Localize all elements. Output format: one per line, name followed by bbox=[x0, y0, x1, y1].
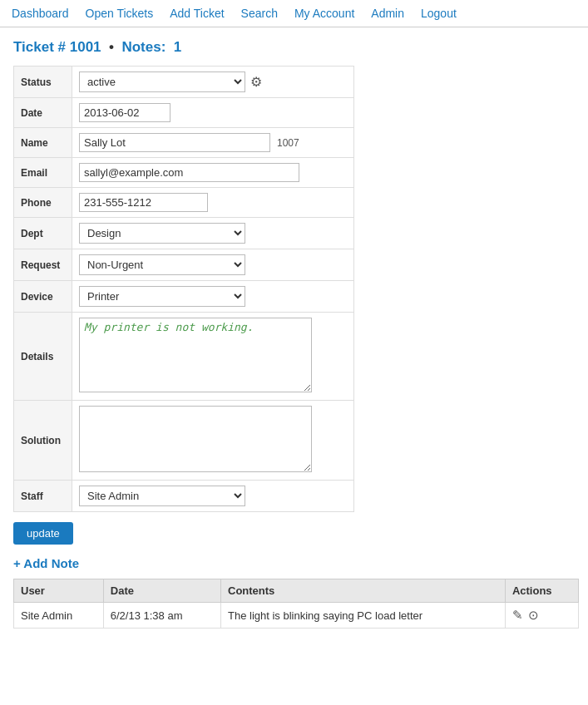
nav-dashboard[interactable]: Dashboard bbox=[12, 7, 69, 20]
nav-my-account[interactable]: My Account bbox=[294, 7, 354, 20]
update-button[interactable]: update bbox=[13, 522, 73, 545]
date-row: Date bbox=[14, 98, 354, 128]
date-label: Date bbox=[14, 98, 72, 128]
device-row: Device Printer Computer Monitor Phone bbox=[14, 281, 354, 313]
ticket-title: Ticket # 1001 bbox=[13, 39, 101, 55]
col-actions: Actions bbox=[505, 579, 578, 603]
solution-row: Solution bbox=[14, 401, 354, 481]
nav-admin[interactable]: Admin bbox=[371, 7, 404, 20]
note-date: 6/2/13 1:38 am bbox=[103, 603, 220, 629]
email-label: Email bbox=[14, 158, 72, 188]
add-note-label: + Add Note bbox=[13, 556, 575, 570]
nav-logout[interactable]: Logout bbox=[421, 7, 457, 20]
actions-cell: ✎ ⊙ bbox=[512, 608, 571, 623]
nav-search[interactable]: Search bbox=[241, 7, 278, 20]
note-contents: The light is blinking saying PC load let… bbox=[221, 603, 506, 629]
email-input[interactable] bbox=[79, 163, 299, 182]
status-cell: active closed pending ⚙ bbox=[79, 71, 347, 92]
nav-open-tickets[interactable]: Open Tickets bbox=[86, 7, 154, 20]
user-id: 1007 bbox=[277, 137, 299, 149]
solution-label: Solution bbox=[14, 401, 72, 481]
request-row: Request Non-Urgent Urgent Critical bbox=[14, 249, 354, 281]
phone-label: Phone bbox=[14, 188, 72, 218]
phone-row: Phone bbox=[14, 188, 354, 218]
col-contents: Contents bbox=[221, 579, 506, 603]
name-input[interactable] bbox=[79, 133, 270, 152]
notes-header-row: User Date Contents Actions bbox=[14, 579, 579, 603]
dept-row: Dept Design IT HR Marketing bbox=[14, 218, 354, 249]
notes-table: User Date Contents Actions Site Admin 6/… bbox=[13, 579, 579, 629]
delete-icon[interactable]: ⊙ bbox=[528, 608, 539, 623]
details-row: Details bbox=[14, 313, 354, 401]
details-label: Details bbox=[14, 313, 72, 401]
ticket-header: Ticket # 1001 • Notes: 1 bbox=[13, 39, 575, 56]
request-label: Request bbox=[14, 249, 72, 281]
phone-input[interactable] bbox=[79, 193, 208, 212]
add-note-text[interactable]: + Add Note bbox=[13, 556, 79, 570]
nav-add-ticket[interactable]: Add Ticket bbox=[170, 7, 224, 20]
request-select[interactable]: Non-Urgent Urgent Critical bbox=[79, 254, 245, 275]
staff-row: Staff Site Admin John Doe Jane Smith bbox=[14, 481, 354, 512]
dept-label: Dept bbox=[14, 218, 72, 249]
email-row: Email bbox=[14, 158, 354, 188]
name-label: Name bbox=[14, 128, 72, 158]
col-date: Date bbox=[103, 579, 220, 603]
dept-select[interactable]: Design IT HR Marketing bbox=[79, 223, 245, 244]
status-label: Status bbox=[14, 67, 72, 98]
status-row: Status active closed pending ⚙ bbox=[14, 67, 354, 98]
note-user: Site Admin bbox=[14, 603, 104, 629]
name-row: Name 1007 bbox=[14, 128, 354, 158]
ticket-form: Status active closed pending ⚙ Date bbox=[13, 66, 354, 512]
edit-icon[interactable]: ✎ bbox=[512, 608, 523, 623]
notes-count: 1 bbox=[174, 39, 181, 55]
solution-textarea[interactable] bbox=[79, 406, 312, 472]
name-cell: 1007 bbox=[79, 133, 347, 152]
main-nav: Dashboard Open Tickets Add Ticket Search… bbox=[0, 0, 588, 27]
device-label: Device bbox=[14, 281, 72, 313]
page-content: Ticket # 1001 • Notes: 1 Status active c… bbox=[0, 27, 588, 640]
col-user: User bbox=[14, 579, 104, 603]
device-select[interactable]: Printer Computer Monitor Phone bbox=[79, 286, 245, 307]
notes-label: Notes: bbox=[121, 39, 166, 55]
details-textarea[interactable] bbox=[79, 318, 312, 392]
table-row: Site Admin 6/2/13 1:38 am The light is b… bbox=[14, 603, 579, 629]
status-select[interactable]: active closed pending bbox=[79, 71, 245, 92]
gear-icon[interactable]: ⚙ bbox=[250, 74, 262, 90]
date-input[interactable] bbox=[79, 103, 170, 122]
note-actions: ✎ ⊙ bbox=[505, 603, 578, 629]
staff-select[interactable]: Site Admin John Doe Jane Smith bbox=[79, 486, 245, 506]
staff-label: Staff bbox=[14, 481, 72, 512]
